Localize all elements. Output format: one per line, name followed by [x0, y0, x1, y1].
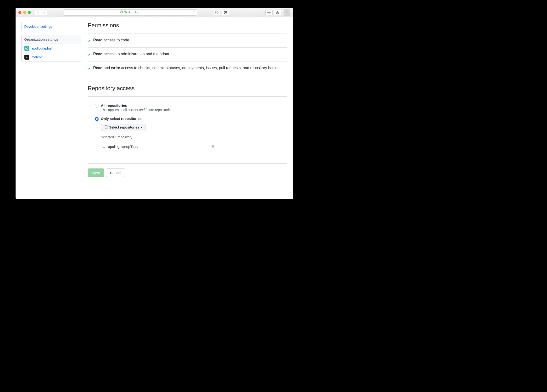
- lock-icon: [120, 11, 123, 14]
- check-icon: ✓: [88, 66, 91, 71]
- info-icon: [215, 11, 219, 14]
- nav-buttons: [35, 10, 47, 15]
- forward-button[interactable]: [41, 10, 47, 15]
- apollo-icon: A: [25, 47, 28, 50]
- cancel-button[interactable]: Cancel: [106, 168, 125, 177]
- repo-full-name: apollographql/Test: [108, 144, 138, 149]
- main-content: Permissions ✓ Read access to code ✓ Read…: [88, 22, 287, 190]
- permission-item: ✓ Read access to administration and meta…: [88, 48, 287, 62]
- radio-all-repos[interactable]: All repositories This applies to all cur…: [95, 103, 280, 112]
- reader-button[interactable]: [213, 10, 220, 15]
- traffic-lights: [18, 11, 31, 14]
- permissions-heading: Permissions: [88, 22, 287, 31]
- permissions-list: ✓ Read access to code ✓ Read access to a…: [88, 34, 287, 75]
- address-text: GitHub, Inc.: [124, 11, 140, 14]
- select-button-label: Select repositories: [109, 125, 139, 129]
- close-window-button[interactable]: [18, 11, 21, 14]
- org-settings-box: Organization settings A apollographql me…: [21, 35, 81, 62]
- sidebar: Developer settings Organization settings…: [21, 22, 81, 190]
- repo-access-box: All repositories This applies to all cur…: [88, 96, 287, 164]
- radio-description: This applies to all current and future r…: [101, 108, 173, 112]
- org-item-apollographql[interactable]: A apollographql: [21, 44, 81, 53]
- org-item-meteor[interactable]: meteor: [21, 53, 81, 62]
- plus-icon: +: [286, 10, 288, 15]
- pocket-button[interactable]: [222, 10, 229, 15]
- page-content: Developer settings Organization settings…: [15, 17, 293, 199]
- maximize-window-button[interactable]: [28, 11, 31, 14]
- form-buttons: Save Cancel: [88, 168, 287, 177]
- address-bar[interactable]: GitHub, Inc.: [64, 9, 197, 15]
- new-tab-button[interactable]: +: [284, 9, 290, 16]
- radio-label: Only select repositories: [101, 117, 142, 121]
- repo-icon: [105, 125, 108, 129]
- org-settings-header: Organization settings: [21, 35, 81, 44]
- radio-label: All repositories: [101, 103, 173, 107]
- download-icon: [267, 11, 271, 14]
- avatar: [24, 55, 29, 60]
- developer-settings-link[interactable]: Developer settings: [21, 22, 81, 31]
- permission-item: ✓ Read and write access to checks, commi…: [88, 62, 287, 75]
- back-button[interactable]: [35, 10, 41, 15]
- selected-count-text: Selected 1 repository: [101, 135, 280, 139]
- toolbar-right: +: [213, 9, 290, 16]
- pocket-icon: [224, 11, 227, 14]
- radio-select-repos[interactable]: Only select repositories Select reposito…: [95, 117, 280, 152]
- selected-repo-item: apollographql/Test: [101, 141, 216, 152]
- check-icon: ✓: [88, 39, 91, 43]
- save-button[interactable]: Save: [88, 168, 104, 177]
- avatar: A: [24, 46, 29, 51]
- permission-text: Read access to administration and metada…: [93, 52, 169, 56]
- dev-settings-box: Developer settings: [21, 22, 81, 31]
- check-icon: ✓: [88, 52, 91, 57]
- caret-down-icon: ▾: [141, 126, 142, 129]
- share-icon: [276, 11, 279, 14]
- permission-item: ✓ Read access to code: [88, 34, 287, 48]
- selected-repo-list: apollographql/Test: [101, 141, 216, 152]
- meteor-icon: [25, 55, 28, 59]
- svg-point-1: [217, 12, 217, 12]
- chevron-left-icon: [37, 11, 39, 14]
- repo-access-heading: Repository access: [88, 85, 287, 94]
- minimize-window-button[interactable]: [23, 11, 26, 14]
- browser-chrome: GitHub, Inc. +: [15, 8, 293, 17]
- permission-text: Read access to code: [93, 38, 129, 42]
- radio-input[interactable]: [95, 104, 99, 108]
- org-name: meteor: [32, 55, 42, 59]
- browser-window: GitHub, Inc. +: [15, 8, 293, 199]
- chevron-right-icon: [43, 11, 45, 14]
- close-icon: [212, 145, 214, 148]
- select-repositories-button[interactable]: Select repositories ▾: [101, 124, 145, 131]
- share-button[interactable]: [274, 10, 281, 15]
- permission-text: Read and write access to checks, commit …: [93, 66, 279, 70]
- downloads-button[interactable]: [265, 10, 273, 15]
- reload-icon: [191, 10, 195, 14]
- reload-button[interactable]: [191, 10, 195, 14]
- svg-text:A: A: [26, 48, 27, 49]
- org-name: apollographql: [32, 46, 52, 50]
- radio-input[interactable]: [95, 117, 99, 121]
- remove-repo-button[interactable]: [212, 144, 214, 149]
- repo-icon: [103, 145, 106, 149]
